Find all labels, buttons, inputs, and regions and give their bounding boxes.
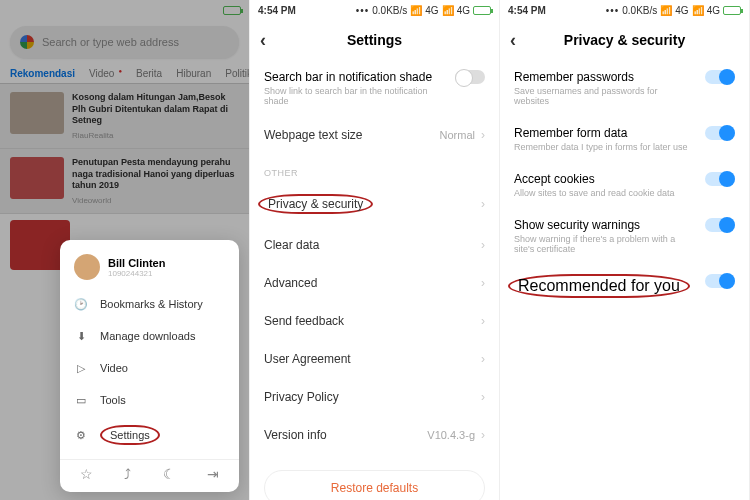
back-icon[interactable]: ‹	[510, 30, 516, 51]
row-title: Privacy & security	[258, 194, 373, 214]
profile-id: 1090244321	[108, 269, 165, 278]
avatar	[74, 254, 100, 280]
row-title: Recommended for you	[508, 274, 690, 298]
row-cookies[interactable]: Accept cookies Allow sites to save and r…	[500, 162, 749, 208]
signal-icon: 📶	[442, 5, 454, 16]
status-bar: 4:54 PM ••• 0.0KB/s 📶 4G 📶 4G	[250, 0, 499, 20]
status-dots: •••	[606, 5, 620, 16]
row-version[interactable]: Version info V10.4.3-g›	[250, 416, 499, 454]
row-remember-passwords[interactable]: Remember passwords Save usernames and pa…	[500, 60, 749, 116]
status-dots: •••	[356, 5, 370, 16]
row-title: Privacy Policy	[264, 390, 339, 404]
row-security-warn[interactable]: Show security warnings Show warning if t…	[500, 208, 749, 264]
row-title: Show security warnings	[514, 218, 695, 232]
header-title: Privacy & security	[564, 32, 685, 48]
gear-icon: ⚙	[74, 428, 88, 442]
row-clear-data[interactable]: Clear data ›	[250, 226, 499, 264]
phone-settings: 4:54 PM ••• 0.0KB/s 📶 4G 📶 4G ‹ Settings…	[250, 0, 500, 500]
toggle-on[interactable]	[705, 172, 735, 186]
profile-row[interactable]: Bill Clinten 1090244321	[60, 250, 239, 288]
status-4g: 4G	[675, 5, 688, 16]
status-bar: 4:54 PM ••• 0.0KB/s 📶 4G 📶 4G	[500, 0, 749, 20]
row-recommended[interactable]: Recommended for you	[500, 264, 749, 308]
status-time: 4:54 PM	[508, 5, 546, 16]
star-icon[interactable]: ☆	[80, 466, 93, 482]
status-time: 4:54 PM	[258, 5, 296, 16]
row-subtitle: Allow sites to save and read cookie data	[514, 188, 695, 198]
play-icon: ▷	[74, 361, 88, 375]
menu-label: Video	[100, 362, 128, 374]
exit-icon[interactable]: ⇥	[207, 466, 219, 482]
signal-icon: 📶	[410, 5, 422, 16]
row-feedback[interactable]: Send feedback ›	[250, 302, 499, 340]
clock-icon: 🕑	[74, 297, 88, 311]
row-textsize[interactable]: Webpage text size Normal›	[250, 116, 499, 154]
row-remember-form[interactable]: Remember form data Remember data I type …	[500, 116, 749, 162]
row-title: User Agreement	[264, 352, 351, 366]
row-title: Send feedback	[264, 314, 344, 328]
restore-label: Restore defaults	[331, 481, 418, 495]
restore-button[interactable]: Restore defaults	[264, 470, 485, 500]
signal-icon: 📶	[660, 5, 672, 16]
row-value: Normal	[440, 129, 475, 141]
chevron-right-icon: ›	[481, 238, 485, 252]
profile-name: Bill Clinten	[108, 257, 165, 269]
chevron-right-icon: ›	[481, 197, 485, 211]
chevron-right-icon: ›	[481, 128, 485, 142]
row-privacy[interactable]: Privacy & security ›	[250, 182, 499, 226]
menu-settings[interactable]: ⚙Settings	[60, 416, 239, 454]
header: ‹ Privacy & security	[500, 20, 749, 60]
row-value: V10.4.3-g	[427, 429, 475, 441]
toggle-on[interactable]	[705, 126, 735, 140]
row-title: Search bar in notification shade	[264, 70, 445, 84]
menu-label: Manage downloads	[100, 330, 195, 342]
chevron-right-icon: ›	[481, 276, 485, 290]
menu-tools[interactable]: ▭Tools	[60, 384, 239, 416]
row-title: Advanced	[264, 276, 317, 290]
row-title: Remember passwords	[514, 70, 695, 84]
moon-icon[interactable]: ☾	[163, 466, 176, 482]
status-4g2: 4G	[707, 5, 720, 16]
signal-icon: 📶	[692, 5, 704, 16]
battery-icon	[723, 6, 741, 15]
header: ‹ Settings	[250, 20, 499, 60]
menu-downloads[interactable]: ⬇Manage downloads	[60, 320, 239, 352]
chevron-right-icon: ›	[481, 428, 485, 442]
row-agreement[interactable]: User Agreement ›	[250, 340, 499, 378]
row-advanced[interactable]: Advanced ›	[250, 264, 499, 302]
row-title: Version info	[264, 428, 327, 442]
download-icon: ⬇	[74, 329, 88, 343]
back-icon[interactable]: ‹	[260, 30, 266, 51]
menu-video[interactable]: ▷Video	[60, 352, 239, 384]
status-4g2: 4G	[457, 5, 470, 16]
status-4g: 4G	[425, 5, 438, 16]
row-title: Accept cookies	[514, 172, 695, 186]
phone-privacy: 4:54 PM ••• 0.0KB/s 📶 4G 📶 4G ‹ Privacy …	[500, 0, 750, 500]
chevron-right-icon: ›	[481, 314, 485, 328]
row-searchbar-notif[interactable]: Search bar in notification shade Show li…	[250, 60, 499, 116]
row-title: Clear data	[264, 238, 319, 252]
phone-browser: 4:54 PM ••• 0.9KB/s ⏰ 📶 4G 📶 4G Search o…	[0, 0, 250, 500]
chevron-right-icon: ›	[481, 352, 485, 366]
row-policy[interactable]: Privacy Policy ›	[250, 378, 499, 416]
row-subtitle: Show link to search bar in the notificat…	[264, 86, 445, 106]
row-title: Webpage text size	[264, 128, 363, 142]
battery-icon	[473, 6, 491, 15]
menu-bookmarks[interactable]: 🕑Bookmarks & History	[60, 288, 239, 320]
menu-label: Tools	[100, 394, 126, 406]
toggle-on[interactable]	[705, 218, 735, 232]
menu-label: Settings	[100, 425, 160, 445]
row-subtitle: Show warning if there's a problem with a…	[514, 234, 695, 254]
toolbox-icon: ▭	[74, 393, 88, 407]
row-subtitle: Save usernames and passwords for website…	[514, 86, 695, 106]
toggle-on[interactable]	[705, 274, 735, 288]
row-subtitle: Remember data I type in forms for later …	[514, 142, 695, 152]
share-icon[interactable]: ⤴	[124, 466, 131, 482]
status-net: 0.0KB/s	[372, 5, 407, 16]
toggle-on[interactable]	[705, 70, 735, 84]
toggle-off[interactable]	[455, 70, 485, 84]
row-title: Remember form data	[514, 126, 695, 140]
menu-popup: Bill Clinten 1090244321 🕑Bookmarks & His…	[60, 240, 239, 492]
status-net: 0.0KB/s	[622, 5, 657, 16]
chevron-right-icon: ›	[481, 390, 485, 404]
